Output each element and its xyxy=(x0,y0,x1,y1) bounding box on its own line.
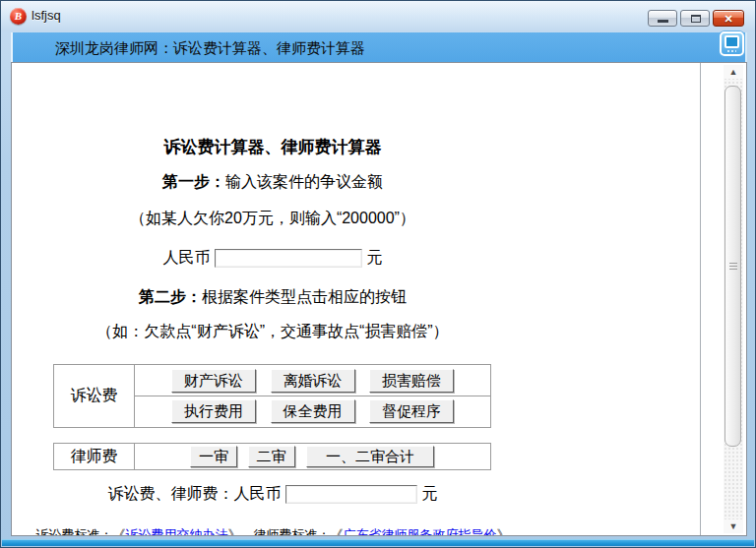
scroll-down-icon[interactable]: ▼ xyxy=(724,519,743,533)
step2-label: 第二步： xyxy=(139,288,202,305)
step1-label: 第一步： xyxy=(162,173,225,190)
result-suffix-label: 元 xyxy=(421,485,437,502)
step1-line: 第一步：输入该案件的争议金额 xyxy=(12,172,534,193)
table-row: 诉讼费 财产诉讼 离婚诉讼 损害赔偿 xyxy=(54,365,491,396)
lawyer-buttons-row: 一审 二审 一、二审合计 xyxy=(135,444,491,470)
amount-prefix-label: 人民币 xyxy=(163,249,211,266)
content-area: 诉讼费计算器、律师费计算器 第一步：输入该案件的争议金额 （如某人欠你20万元，… xyxy=(11,62,747,536)
result-prefix-label: 诉讼费、律师费：人民币 xyxy=(108,485,282,502)
both-instances-total-button[interactable]: 一、二审合计 xyxy=(306,446,434,467)
page-title: 诉讼费计算器、律师费计算器 xyxy=(12,136,534,158)
guangdong-lawyer-price-link[interactable]: 广东省律师服务政府指导价 xyxy=(344,527,497,535)
footer-text-1: 诉讼费标准：《 xyxy=(36,527,126,535)
monitor-stand xyxy=(727,50,736,52)
note1-line: （如某人欠你20万元，则输入“200000”） xyxy=(12,209,534,229)
divorce-lawsuit-button[interactable]: 离婚诉讼 xyxy=(271,369,355,393)
litigation-buttons-row1: 财产诉讼 离婚诉讼 损害赔偿 xyxy=(135,365,491,396)
preservation-fee-button[interactable]: 保全费用 xyxy=(271,399,355,423)
result-row: 诉讼费、律师费：人民币 元 xyxy=(12,484,534,505)
footer-standards-line: 诉讼费标准：《诉讼费用交纳办法》，律师费标准：《广东省律师服务政府指导价》 xyxy=(12,526,534,535)
maximize-icon xyxy=(691,15,701,23)
first-instance-button[interactable]: 一审 xyxy=(190,446,237,467)
damage-compensation-button[interactable]: 损害赔偿 xyxy=(369,369,454,393)
close-icon: ✕ xyxy=(714,11,743,26)
header-title: 深圳龙岗律师网：诉讼费计算器、律师费计算器 xyxy=(55,39,365,58)
table-row: 律师费 一审 二审 一、二审合计 xyxy=(54,444,491,470)
property-lawsuit-button[interactable]: 财产诉讼 xyxy=(171,369,256,393)
execution-fee-button[interactable]: 执行费用 xyxy=(171,399,256,423)
minimize-icon xyxy=(658,20,668,23)
amount-suffix-label: 元 xyxy=(366,249,382,266)
lawyer-fee-label: 律师费 xyxy=(54,444,135,470)
page-frame: 诉讼费计算器、律师费计算器 第一步：输入该案件的争议金额 （如某人欠你20万元，… xyxy=(12,63,701,535)
step2-line: 第二步：根据案件类型点击相应的按钮 xyxy=(12,287,534,308)
footer-text-2: 》，律师费标准：《 xyxy=(228,527,344,535)
close-button[interactable]: ✕ xyxy=(713,10,744,27)
note2-line: （如：欠款点“财产诉讼”，交通事故点“损害赔偿”） xyxy=(12,322,534,342)
vertical-scrollbar[interactable]: ▲ ▼ xyxy=(724,65,743,533)
second-instance-button[interactable]: 二审 xyxy=(248,446,295,467)
step1-text: 输入该案件的争议金额 xyxy=(225,173,383,190)
lawyer-fee-table: 律师费 一审 二审 一、二审合计 xyxy=(53,443,491,470)
app-icon: B xyxy=(10,8,27,25)
monitor-icon[interactable] xyxy=(720,31,744,56)
window-bottom-frame xyxy=(2,539,754,546)
litigation-fee-table: 诉讼费 财产诉讼 离婚诉讼 损害赔偿 执行费用 保全费用 督促程序 xyxy=(53,364,491,428)
app-window: B lsfjsq ✕ 深圳龙岗律师网：诉讼费计算器、律师费计算器 诉讼费计算器、… xyxy=(0,0,756,548)
supervision-procedure-button[interactable]: 督促程序 xyxy=(369,399,454,423)
header-bar: 深圳龙岗律师网：诉讼费计算器、律师费计算器 xyxy=(11,32,747,62)
amount-input[interactable] xyxy=(215,249,362,268)
scrollbar-grip-icon xyxy=(729,263,737,271)
litigation-buttons-row2: 执行费用 保全费用 督促程序 xyxy=(135,396,491,428)
litigation-fee-label: 诉讼费 xyxy=(54,365,135,428)
monitor-screen-frame xyxy=(724,35,739,48)
monitor-screen xyxy=(726,37,737,46)
title-bar[interactable]: B lsfjsq ✕ xyxy=(1,1,755,31)
caption-buttons: ✕ xyxy=(648,10,744,27)
step2-text: 根据案件类型点击相应的按钮 xyxy=(202,288,407,305)
footer-text-3: 》 xyxy=(497,527,510,535)
scrollbar-thumb[interactable] xyxy=(724,86,741,447)
result-input[interactable] xyxy=(285,485,417,504)
scroll-up-icon[interactable]: ▲ xyxy=(724,65,743,79)
maximize-button[interactable] xyxy=(680,10,710,27)
window-title: lsfjsq xyxy=(32,8,61,23)
minimize-button[interactable] xyxy=(648,10,677,27)
amount-row: 人民币 元 xyxy=(12,248,534,269)
litigation-fee-measures-link[interactable]: 诉讼费用交纳办法 xyxy=(126,527,228,535)
